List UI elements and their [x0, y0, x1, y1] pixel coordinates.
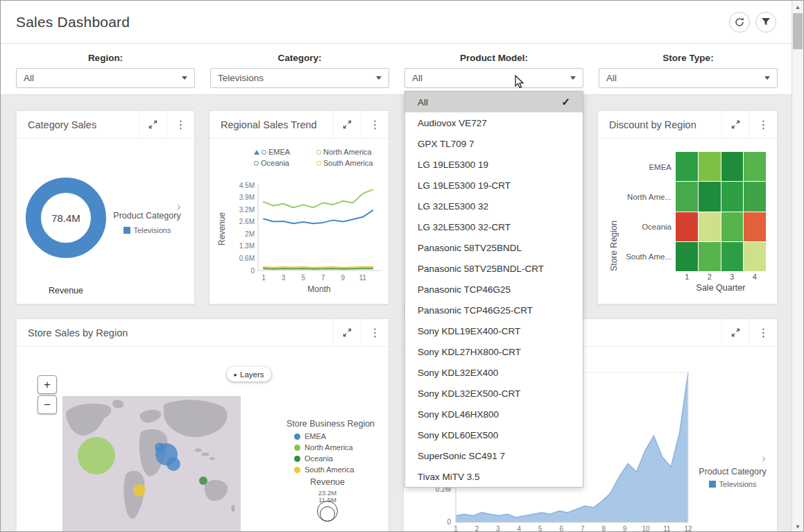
legend-label: North America	[305, 443, 353, 452]
card-tools: ⋮	[333, 319, 388, 346]
heatmap-cell[interactable]	[744, 182, 766, 211]
option-label: Panasonic TCP46G25-CRT	[418, 305, 533, 316]
legend-swatch	[123, 227, 130, 234]
zoom-in-button[interactable]: +	[37, 375, 57, 394]
legend-expand-arrow-icon[interactable]: ›	[177, 200, 181, 212]
option-label: Sony KDL32EX400	[418, 368, 498, 378]
dropdown-option[interactable]: Sony KDL19EX400-CRT	[405, 320, 583, 341]
card-body: 78.4M Revenue Product Category Televisio…	[17, 139, 194, 303]
filter-select-category[interactable]: Televisions	[210, 68, 389, 88]
heatmap-row-label: North Ame...	[598, 182, 672, 212]
dropdown-option[interactable]: Sony KDL32EX500-CRT	[405, 383, 583, 404]
layers-button[interactable]: ▸ Layers	[227, 367, 271, 381]
svg-text:9: 9	[623, 525, 627, 532]
map-bubble[interactable]	[133, 484, 146, 497]
dropdown-option[interactable]: Panasonic TCP46G25	[405, 279, 583, 300]
heatmap-col-label: 2	[699, 273, 721, 281]
scroll-up-arrow-icon[interactable]: ▲	[792, 1, 803, 12]
heatmap-cell[interactable]	[699, 152, 721, 181]
dropdown-option[interactable]: GPX TL709 7	[405, 133, 583, 154]
filter-label-category: Category:	[210, 53, 389, 63]
dropdown-option[interactable]: Tivax MiTV 3.5	[405, 466, 583, 487]
filter-select-store-type[interactable]: All	[599, 68, 778, 88]
option-label: GPX TL709 7	[418, 139, 474, 149]
filter-funnel-icon	[761, 17, 771, 26]
card-tools: ⋮	[333, 111, 388, 138]
expand-icon[interactable]	[333, 319, 361, 346]
dropdown-option[interactable]: Sony KDL32EX400	[405, 362, 583, 383]
menu-icon[interactable]: ⋮	[166, 111, 194, 138]
menu-icon[interactable]: ⋮	[361, 111, 388, 138]
chart-legend: EMEANorth AmericaOceaniaSouth America	[254, 148, 373, 167]
heatmap-cell[interactable]	[676, 212, 698, 241]
scroll-down-arrow-icon[interactable]: ▼	[792, 521, 803, 532]
menu-icon[interactable]: ⋮	[749, 319, 777, 346]
sales-dashboard-app: Sales Dashboard Region:AllCategory:Telev…	[0, 0, 804, 532]
expand-icon[interactable]	[721, 319, 749, 346]
filter-select-product-model[interactable]: All	[404, 68, 583, 88]
card-title: Store Sales by Region	[17, 327, 128, 338]
expand-arrows-icon	[343, 120, 352, 129]
map-bubble[interactable]	[155, 443, 164, 452]
heatmap-cell[interactable]	[699, 212, 721, 241]
dropdown-option[interactable]: LG 32LE5300 32	[405, 196, 583, 216]
size-legend-inner-circle	[320, 506, 335, 522]
dropdown-option[interactable]: SuperSonic SC491 7	[405, 445, 583, 466]
dropdown-option[interactable]: Sony KDL27HX800-CRT	[405, 341, 583, 362]
dropdown-option[interactable]: Panasonic 58TV25BNDL-CRT	[405, 258, 583, 279]
heatmap-cell[interactable]	[676, 182, 698, 211]
chevron-down-icon	[764, 76, 770, 80]
heatmap-cell[interactable]	[699, 182, 721, 211]
svg-text:Month: Month	[307, 284, 330, 294]
svg-text:0: 0	[447, 518, 451, 526]
dropdown-option[interactable]: All✓	[405, 92, 583, 112]
expand-icon[interactable]	[139, 111, 166, 138]
dropdown-option[interactable]: Sony KDL60EX500	[405, 424, 583, 445]
heatmap-cell[interactable]	[721, 212, 744, 241]
card-title: Category Sales	[17, 119, 96, 130]
map-bubble[interactable]	[78, 437, 115, 474]
heatmap-cell[interactable]	[676, 242, 698, 271]
svg-text:3.2M: 3.2M	[239, 206, 255, 214]
filter-select-region[interactable]: All	[16, 68, 195, 88]
map-bubble[interactable]	[166, 457, 180, 471]
heatmap-cell[interactable]	[721, 152, 744, 181]
heatmap-col-label: 1	[676, 273, 699, 281]
vertical-scrollbar[interactable]: ▲ ▼	[792, 1, 803, 532]
dropdown-option[interactable]: Audiovox VE727	[405, 112, 583, 133]
menu-icon[interactable]: ⋮	[749, 111, 777, 138]
refresh-icon	[734, 17, 745, 28]
dropdown-option[interactable]: Panasonic 58TV25BNDL	[405, 237, 583, 258]
expand-icon[interactable]	[333, 111, 361, 138]
heatmap-cell[interactable]	[676, 152, 698, 181]
expand-arrows-icon	[731, 120, 740, 129]
dropdown-option[interactable]: LG 19LE5300 19	[405, 154, 583, 175]
scrollbar-thumb[interactable]	[793, 13, 803, 49]
dropdown-option[interactable]: Sony KDL46HX800	[405, 404, 583, 424]
heatmap-col-label: 4	[744, 273, 767, 281]
refresh-button[interactable]	[729, 12, 750, 33]
heatmap-cell[interactable]	[721, 182, 744, 211]
svg-text:1: 1	[454, 525, 458, 532]
heatmap-cell[interactable]	[744, 152, 766, 181]
donut-chart[interactable]: 78.4M	[26, 178, 106, 258]
legend-expand-arrow-icon[interactable]: ›	[762, 452, 766, 464]
dropdown-option[interactable]: LG 32LE5300 32-CRT	[405, 216, 583, 237]
legend-label: Oceania	[261, 159, 289, 167]
map-bubble[interactable]	[199, 477, 207, 485]
dropdown-option[interactable]: LG 19LE5300 19-CRT	[405, 175, 583, 196]
legend-label: Televisions	[134, 226, 171, 234]
expand-icon[interactable]	[721, 111, 749, 138]
world-map[interactable]	[62, 396, 241, 532]
select-value: All	[24, 73, 34, 83]
heatmap-cell[interactable]	[721, 242, 744, 271]
heatmap-cell[interactable]	[744, 212, 766, 241]
heatmap-cell[interactable]	[744, 242, 766, 271]
menu-icon[interactable]: ⋮	[361, 319, 388, 346]
filter-button[interactable]	[755, 12, 776, 33]
triangle-marker-icon	[254, 150, 259, 155]
zoom-out-button[interactable]: −	[37, 395, 57, 414]
dropdown-option[interactable]: Panasonic TCP46G25-CRT	[405, 300, 583, 320]
heatmap-cell[interactable]	[699, 242, 721, 271]
donut-axis-label: Revenue	[17, 286, 115, 295]
